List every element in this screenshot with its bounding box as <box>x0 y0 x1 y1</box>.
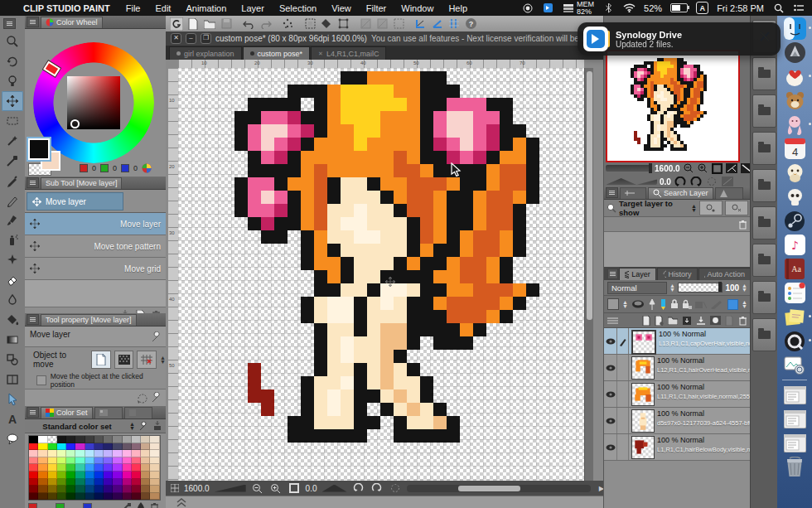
rotate-right-icon[interactable] <box>370 482 384 494</box>
decoration-tool[interactable] <box>2 250 23 270</box>
color-swatch[interactable] <box>132 457 141 465</box>
layer-visibility-eye-icon[interactable] <box>604 328 617 354</box>
color-swatch[interactable] <box>57 472 66 479</box>
tab-color-set[interactable]: Color Set <box>41 407 93 418</box>
collapse-chevron-icon[interactable] <box>176 498 187 507</box>
color-swatch[interactable] <box>66 443 75 451</box>
color-swatch[interactable] <box>75 486 85 493</box>
color-swatch[interactable] <box>94 436 104 443</box>
color-swatch[interactable] <box>123 443 132 451</box>
draft-pencil-icon[interactable] <box>660 299 667 310</box>
cmd-fill-icon[interactable] <box>319 17 334 30</box>
color-swatch[interactable] <box>94 493 104 501</box>
notification-center-icon[interactable] <box>793 2 805 14</box>
color-swatch[interactable] <box>150 464 159 472</box>
layer-row[interactable]: 100 % NormalL11,R1,C1,hair,visible,norma… <box>604 381 751 408</box>
color-swatch[interactable] <box>132 436 141 443</box>
synology-tray-icon[interactable] <box>542 2 554 14</box>
zoom-tool[interactable] <box>2 31 23 51</box>
panel-menu-icon[interactable] <box>27 177 39 188</box>
sv-cursor[interactable] <box>70 119 80 128</box>
cmd-snap-blue2-icon[interactable] <box>430 17 445 30</box>
material-folder-button[interactable] <box>752 318 776 351</box>
mask-area-icon[interactable] <box>631 299 645 309</box>
screen-record-icon[interactable] <box>521 2 534 14</box>
lock-transparent-icon[interactable] <box>682 299 692 309</box>
cmd-page-icon[interactable] <box>186 17 201 30</box>
panel-menu-icon[interactable] <box>607 269 618 279</box>
fit-to-screen-icon[interactable] <box>288 482 301 494</box>
color-swatch[interactable] <box>141 479 150 486</box>
color-swatch[interactable] <box>66 450 75 457</box>
color-swatch[interactable] <box>85 457 94 465</box>
deselect-found-layers-button[interactable] <box>725 201 748 215</box>
color-swatch[interactable] <box>150 493 159 501</box>
mask-icon[interactable] <box>710 316 721 325</box>
nav-rotate-left-icon[interactable] <box>674 176 687 187</box>
color-swatch[interactable] <box>57 436 66 443</box>
color-swatch[interactable] <box>141 464 150 472</box>
color-swatch[interactable] <box>150 472 159 479</box>
color-swatch[interactable] <box>85 486 94 493</box>
layer-color-chip[interactable] <box>607 298 619 310</box>
opacity-slider[interactable] <box>678 283 723 293</box>
color-swatch[interactable] <box>75 457 85 465</box>
add-color-eyedropper-icon[interactable] <box>121 502 132 508</box>
move-layer-tool[interactable] <box>2 91 23 111</box>
layer-thumbnail[interactable] <box>631 330 656 355</box>
reset-settings-icon[interactable] <box>137 393 147 404</box>
color-swatch[interactable] <box>141 457 150 465</box>
dock-min-window-icon[interactable] <box>784 408 806 430</box>
color-swatch[interactable] <box>132 486 141 493</box>
dock-skull-sticker-icon[interactable] <box>784 186 806 208</box>
layer-row[interactable]: 100 % NormalL1,R1,C1,hairBelowBody,visib… <box>604 434 751 461</box>
menu-window[interactable]: Window <box>394 3 441 13</box>
fill-tool[interactable] <box>2 310 23 330</box>
color-swatch[interactable] <box>104 479 113 486</box>
menu-view[interactable]: View <box>324 3 359 13</box>
color-swatch[interactable] <box>104 472 113 479</box>
color-swatch[interactable] <box>75 472 85 479</box>
menu-filter[interactable]: Filter <box>359 3 394 13</box>
maximize-window-icon[interactable]: ❐ <box>201 33 211 44</box>
color-swatch[interactable] <box>113 486 122 493</box>
color-swatch[interactable] <box>150 436 159 443</box>
color-swatch[interactable] <box>132 479 141 486</box>
material-folder-button[interactable] <box>752 57 776 90</box>
color-swatch[interactable] <box>57 486 66 493</box>
color-swatch[interactable] <box>48 493 57 501</box>
color-swatch[interactable] <box>75 436 85 443</box>
nav-rotation-slider[interactable] <box>606 178 657 185</box>
color-swatch[interactable] <box>48 464 57 472</box>
cmd-redo-icon[interactable] <box>258 17 273 30</box>
color-swatch[interactable] <box>29 486 38 493</box>
material-folder-button[interactable] <box>752 281 776 314</box>
bluetooth-icon[interactable] <box>602 2 615 14</box>
cmd-save-icon[interactable] <box>219 17 234 30</box>
move-raster-button[interactable] <box>91 351 111 369</box>
color-swatch[interactable] <box>132 472 141 479</box>
tab-layer[interactable]: Layer <box>619 268 656 280</box>
new-layer-icon[interactable] <box>642 316 650 326</box>
preset-stepper[interactable]: ▲▼ <box>129 422 135 430</box>
spotlight-search-icon[interactable] <box>772 2 785 14</box>
color-swatch[interactable] <box>38 472 47 479</box>
pencil-tool[interactable] <box>2 191 23 210</box>
select-found-layers-button[interactable] <box>699 201 723 215</box>
tab-close-icon[interactable]: ✕ <box>318 51 323 57</box>
panel-menu-icon[interactable] <box>27 407 39 418</box>
menu-edit[interactable]: Edit <box>147 3 178 13</box>
color-swatch[interactable] <box>38 450 47 457</box>
zoom-slider[interactable] <box>215 485 246 492</box>
dock-quicktime-icon[interactable] <box>784 330 806 352</box>
navigator-preview[interactable] <box>606 50 740 162</box>
zoom-in-icon[interactable] <box>269 482 283 494</box>
color-swatch[interactable] <box>29 443 38 451</box>
gradient-tool[interactable] <box>2 330 23 350</box>
color-swatch[interactable] <box>141 436 150 443</box>
doc-tab-girl-explanation[interactable]: girl explanation <box>169 46 242 60</box>
cmd-transform-icon[interactable] <box>336 17 350 30</box>
canvas-viewport[interactable] <box>178 68 584 481</box>
color-swatch[interactable] <box>113 443 122 451</box>
dock-steam-icon[interactable] <box>784 210 806 232</box>
